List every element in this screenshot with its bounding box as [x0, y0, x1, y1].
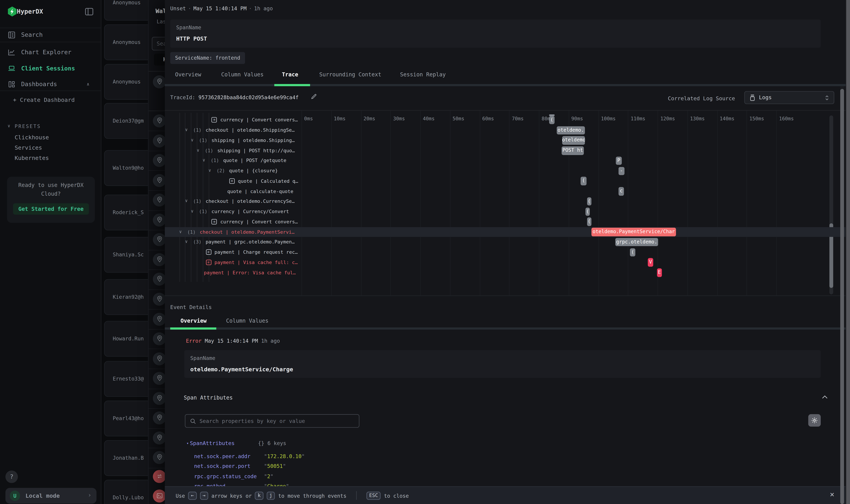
presets-caret-icon[interactable]: ∨: [8, 124, 10, 128]
strip-search-input[interactable]: Sea: [152, 37, 165, 50]
location-pin-icon[interactable]: [153, 352, 165, 365]
panel-scrollbar-thumb[interactable]: [840, 89, 844, 504]
session-list-item[interactable]: Anonymous: [104, 64, 148, 100]
sidebar-item-client-sessions[interactable]: Client Sessions: [0, 61, 101, 75]
session-list-item[interactable]: Dolly.Lubo: [104, 480, 148, 504]
trace-span-row[interactable]: quote | calculate-quotec: [165, 186, 850, 196]
attribute-row[interactable]: net.sock.peer.port"50051": [194, 463, 250, 469]
collapse-caret-icon[interactable]: ∨: [185, 127, 188, 132]
service-name-badge[interactable]: ServiceName: frontend: [170, 52, 245, 64]
attribute-key[interactable]: net.sock.peer.port: [194, 463, 250, 469]
trace-span-row[interactable]: ≡payment | Charge request rec…(: [165, 247, 850, 257]
create-dashboard-link[interactable]: + Create Dashboard: [13, 96, 75, 103]
session-list-item[interactable]: Jonathan.B: [104, 440, 148, 476]
location-pin-icon[interactable]: [153, 214, 165, 227]
trace-span-row[interactable]: ∨(1)currency | Currency/Convert(: [165, 206, 850, 217]
location-pin-icon[interactable]: [153, 194, 165, 206]
exchange-arrows-icon[interactable]: [153, 470, 165, 483]
tab-overview[interactable]: Overview: [175, 72, 201, 77]
trace-span-row[interactable]: ∨(1)shipping | oteldemo.Shipping…oteldem…: [165, 136, 850, 146]
sidebar-item-search[interactable]: Search: [0, 28, 101, 42]
collapse-caret-icon[interactable]: ∨: [185, 199, 188, 203]
trace-span-row[interactable]: ≡currency | Convert convers…(: [165, 217, 850, 227]
collapse-caret-icon[interactable]: ∨: [191, 209, 194, 214]
trace-span-row[interactable]: ∨(3)payment | grpc.oteldemo.Paymen…grpc.…: [165, 237, 850, 247]
location-pin-icon[interactable]: [153, 154, 165, 167]
collapse-caret-icon[interactable]: ∨: [191, 138, 194, 143]
span-duration-bar[interactable]: (: [585, 208, 590, 216]
trace-span-row[interactable]: ≡payment | Visa cache full: c…V: [165, 257, 850, 268]
help-button[interactable]: ?: [5, 470, 18, 483]
trace-span-row[interactable]: ≡currency | Convert convers…(: [165, 115, 850, 125]
presets-label[interactable]: PRESETS: [15, 124, 41, 129]
span-duration-bar[interactable]: -: [618, 167, 624, 175]
trace-span-row[interactable]: ∨(1)shipping | POST http://quo…POST ht: [165, 146, 850, 156]
collapse-caret-icon[interactable]: ∨: [203, 158, 205, 163]
attribute-key[interactable]: rpc.grpc.status_code: [194, 473, 257, 479]
local-mode-button[interactable]: U Local mode ›: [5, 488, 96, 504]
attributes-search-input[interactable]: Search properties by key or value: [185, 414, 359, 428]
span-duration-bar[interactable]: oteldemo: [562, 136, 585, 145]
attribute-row[interactable]: rpc.grpc.status_code"2": [194, 473, 257, 479]
session-list-item[interactable]: Howard.Run: [104, 321, 148, 357]
location-pin-icon[interactable]: [153, 372, 165, 385]
event-tab-overview[interactable]: Overview: [181, 318, 207, 324]
session-list-item[interactable]: Kieran92@h: [104, 279, 148, 315]
span-duration-bar[interactable]: (: [549, 116, 555, 124]
tab-surrounding-context[interactable]: Surrounding Context: [319, 72, 381, 77]
session-list-item[interactable]: Walton9@ho: [104, 150, 148, 186]
location-pin-icon[interactable]: [153, 431, 165, 445]
tab-session-replay[interactable]: Session Replay: [400, 72, 446, 77]
attributes-settings-button[interactable]: [808, 414, 821, 427]
location-pin-icon[interactable]: [153, 253, 165, 266]
attribute-row[interactable]: net.sock.peer.addr"172.28.0.10": [194, 453, 250, 459]
span-duration-bar[interactable]: E: [657, 268, 662, 277]
location-pin-icon[interactable]: [153, 293, 165, 306]
location-pin-icon[interactable]: [153, 312, 165, 326]
sidebar-collapse-icon[interactable]: [85, 8, 94, 16]
sidebar-item-chart-explorer[interactable]: Chart Explorer: [0, 45, 101, 59]
trace-span-row[interactable]: payment | Error: Visa cache ful…E: [165, 268, 850, 277]
tab-column-values[interactable]: Column Values: [221, 72, 264, 77]
trace-span-row[interactable]: ∨(1)checkout | oteldemo.CurrencySe…(: [165, 196, 850, 206]
preset-clickhouse[interactable]: Clickhouse: [15, 134, 49, 140]
session-list-item[interactable]: Deion37@gm: [104, 103, 148, 139]
session-list-item[interactable]: Ernesto33@: [104, 361, 148, 397]
preset-kubernetes[interactable]: Kubernetes: [15, 155, 49, 161]
span-duration-bar[interactable]: grpc.oteldemo.: [615, 238, 658, 246]
collapse-caret-icon[interactable]: ∨: [209, 168, 211, 173]
trace-span-row[interactable]: ∨(2)quote | {closure}-: [165, 166, 850, 176]
get-started-button[interactable]: Get Started for Free: [13, 203, 89, 215]
attributes-root-node[interactable]: ▾SpanAttributes: [186, 440, 235, 446]
span-duration-bar[interactable]: c: [618, 187, 624, 196]
span-duration-bar[interactable]: (: [587, 197, 591, 205]
trace-span-row[interactable]: ∨(1)checkout | oteldemo.PaymentServi…ote…: [165, 227, 850, 237]
location-pin-icon[interactable]: [153, 332, 165, 345]
collapse-chevron-icon[interactable]: [821, 394, 828, 399]
location-pin-icon[interactable]: [153, 412, 165, 425]
collapse-caret-icon[interactable]: ∨: [185, 239, 188, 244]
preset-services[interactable]: Services: [15, 144, 42, 151]
span-duration-bar[interactable]: oteldemo.: [557, 126, 585, 134]
collapse-caret-icon[interactable]: ∨: [197, 148, 199, 152]
log-source-select[interactable]: Logs: [744, 91, 834, 104]
strip-toolbar-button[interactable]: H: [154, 54, 165, 66]
span-duration-bar[interactable]: (: [580, 177, 587, 185]
location-pin-icon[interactable]: [153, 233, 165, 247]
span-duration-bar[interactable]: oteldemo.PaymentService/Char: [591, 228, 676, 236]
trace-span-row[interactable]: ≡quote | Calculated q…(: [165, 176, 850, 186]
trace-span-row[interactable]: ∨(1)quote | POST /getquoteP: [165, 156, 850, 166]
window-scrollbar[interactable]: [846, 0, 850, 504]
location-pin-icon[interactable]: [153, 134, 165, 147]
location-pin-icon[interactable]: [153, 75, 165, 88]
attribute-key[interactable]: net.sock.peer.addr: [194, 453, 250, 459]
trace-span-row[interactable]: ∨(1)checkout | oteldemo.ShippingSe…oteld…: [165, 125, 850, 135]
collapse-caret-icon[interactable]: ∨: [179, 229, 182, 234]
event-tab-column-values[interactable]: Column Values: [226, 318, 268, 324]
span-duration-bar[interactable]: POST ht: [562, 146, 584, 155]
span-duration-bar[interactable]: (: [587, 218, 591, 226]
close-panel-button[interactable]: ×: [827, 489, 837, 500]
span-duration-bar[interactable]: (: [630, 248, 635, 256]
session-list-item[interactable]: Shaniya.Sc: [104, 237, 148, 273]
edit-pencil-icon[interactable]: [311, 93, 317, 100]
